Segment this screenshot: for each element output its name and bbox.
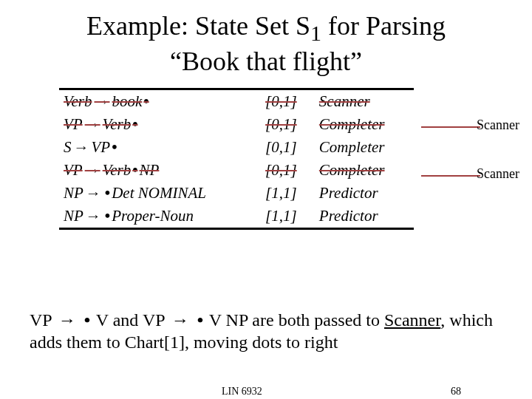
annotation-line-icon (421, 175, 480, 177)
table-row: VP→Verb• [0,1] Completer (59, 113, 414, 136)
slide-title: Example: State Set S1 for Parsing “Book … (30, 11, 502, 77)
scanner-keyword: Scanner (384, 310, 440, 330)
state-table: Verb→book• [0,1] Scanner VP→Verb• [0,1] … (59, 88, 414, 230)
annotation-scanner: Scanner (477, 117, 519, 133)
table-row: VP→Verb•NP [0,1] Completer (59, 159, 414, 182)
annotation-scanner: Scanner (477, 166, 519, 182)
slide: Example: State Set S1 for Parsing “Book … (0, 0, 532, 399)
table-row: NP→•Proper-Noun [1,1] Predictor (59, 205, 414, 229)
title-text-c: “Book that flight” (170, 47, 362, 76)
course-code: LIN 6932 (222, 386, 262, 398)
table-row: S→VP• [0,1] Completer (59, 136, 414, 159)
table-row: Verb→book• [0,1] Scanner (59, 89, 414, 114)
title-text-a: Example: State Set S (86, 11, 310, 41)
caption: VP → • V and VP → • V NP are both passed… (30, 309, 502, 353)
title-subscript: 1 (310, 21, 321, 45)
page-number: 68 (451, 386, 461, 398)
annotation-line-icon (421, 126, 480, 128)
table-row: NP→•Det NOMINAL [1,1] Predictor (59, 182, 414, 205)
title-text-b: for Parsing (321, 11, 446, 41)
state-table-area: Verb→book• [0,1] Scanner VP→Verb• [0,1] … (59, 88, 473, 230)
